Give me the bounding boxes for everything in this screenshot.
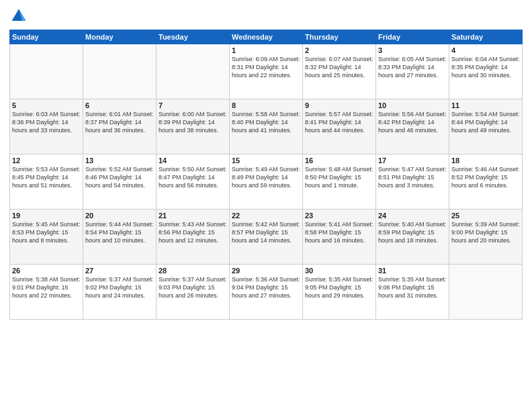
day-number: 25: [451, 212, 520, 220]
day-number: 9: [305, 101, 373, 109]
header-thursday: Thursday: [303, 30, 376, 44]
day-number: 12: [12, 156, 81, 165]
header-wednesday: Wednesday: [230, 30, 303, 44]
day-info: Sunrise: 5:37 AM Sunset: 9:03 PM Dayligh…: [159, 275, 227, 300]
day-info: Sunrise: 5:53 AM Sunset: 8:45 PM Dayligh…: [12, 165, 81, 189]
day-info: Sunrise: 5:57 AM Sunset: 8:41 PM Dayligh…: [305, 110, 373, 134]
day-info: Sunrise: 5:49 AM Sunset: 8:49 PM Dayligh…: [232, 165, 300, 189]
day-cell: 28Sunrise: 5:37 AM Sunset: 9:03 PM Dayli…: [157, 265, 230, 320]
day-number: 5: [12, 101, 81, 109]
logo-icon: [9, 7, 28, 26]
day-info: Sunrise: 5:35 AM Sunset: 9:06 PM Dayligh…: [378, 275, 447, 300]
day-number: 2: [305, 46, 373, 54]
day-number: 28: [159, 267, 227, 275]
day-cell: 5Sunrise: 6:03 AM Sunset: 8:36 PM Daylig…: [10, 99, 83, 154]
day-cell: 14Sunrise: 5:50 AM Sunset: 8:47 PM Dayli…: [157, 154, 230, 210]
week-row-4: 26Sunrise: 5:38 AM Sunset: 9:01 PM Dayli…: [10, 265, 523, 320]
day-cell: 26Sunrise: 5:38 AM Sunset: 9:01 PM Dayli…: [10, 265, 83, 320]
day-info: Sunrise: 5:48 AM Sunset: 8:50 PM Dayligh…: [305, 165, 373, 189]
day-cell: 11Sunrise: 5:54 AM Sunset: 8:44 PM Dayli…: [449, 99, 523, 154]
day-info: Sunrise: 6:05 AM Sunset: 8:33 PM Dayligh…: [378, 55, 447, 79]
day-cell: 7Sunrise: 6:00 AM Sunset: 8:39 PM Daylig…: [157, 99, 230, 154]
header-monday: Monday: [83, 30, 157, 44]
day-info: Sunrise: 5:52 AM Sunset: 8:46 PM Dayligh…: [85, 165, 154, 189]
day-number: 15: [232, 156, 300, 165]
day-info: Sunrise: 6:09 AM Sunset: 8:31 PM Dayligh…: [232, 55, 300, 79]
day-cell: 30Sunrise: 5:35 AM Sunset: 9:05 PM Dayli…: [303, 265, 376, 320]
day-cell: 19Sunrise: 5:45 AM Sunset: 8:53 PM Dayli…: [10, 210, 83, 265]
day-number: 30: [305, 267, 373, 275]
day-number: 23: [305, 212, 373, 220]
day-cell: 25Sunrise: 5:39 AM Sunset: 9:00 PM Dayli…: [449, 210, 523, 265]
week-row-2: 12Sunrise: 5:53 AM Sunset: 8:45 PM Dayli…: [10, 154, 523, 210]
header-sunday: Sunday: [10, 30, 83, 44]
header-saturday: Saturday: [449, 30, 523, 44]
day-number: 18: [451, 156, 520, 165]
day-number: 20: [85, 212, 154, 220]
day-number: 16: [305, 156, 373, 165]
day-number: 27: [85, 267, 154, 275]
day-cell: [449, 265, 523, 320]
day-info: Sunrise: 6:03 AM Sunset: 8:36 PM Dayligh…: [12, 110, 81, 134]
day-number: 31: [378, 267, 447, 275]
day-cell: 18Sunrise: 5:46 AM Sunset: 8:52 PM Dayli…: [449, 154, 523, 210]
day-info: Sunrise: 6:00 AM Sunset: 8:39 PM Dayligh…: [159, 110, 227, 134]
header-friday: Friday: [376, 30, 449, 44]
day-cell: 6Sunrise: 6:01 AM Sunset: 8:37 PM Daylig…: [83, 99, 157, 154]
day-cell: 3Sunrise: 6:05 AM Sunset: 8:33 PM Daylig…: [376, 44, 449, 99]
day-info: Sunrise: 5:50 AM Sunset: 8:47 PM Dayligh…: [159, 165, 227, 189]
day-number: 1: [232, 46, 300, 54]
day-info: Sunrise: 5:56 AM Sunset: 8:42 PM Dayligh…: [378, 110, 447, 134]
week-row-0: 1Sunrise: 6:09 AM Sunset: 8:31 PM Daylig…: [10, 44, 523, 99]
day-number: 4: [451, 46, 520, 54]
day-cell: 22Sunrise: 5:42 AM Sunset: 8:57 PM Dayli…: [230, 210, 303, 265]
header: [9, 7, 523, 26]
day-info: Sunrise: 5:46 AM Sunset: 8:52 PM Dayligh…: [451, 165, 520, 189]
logo: [9, 7, 31, 26]
day-cell: 23Sunrise: 5:41 AM Sunset: 8:58 PM Dayli…: [303, 210, 376, 265]
day-cell: 27Sunrise: 5:37 AM Sunset: 9:02 PM Dayli…: [83, 265, 157, 320]
day-cell: 2Sunrise: 6:07 AM Sunset: 8:32 PM Daylig…: [303, 44, 376, 99]
day-info: Sunrise: 5:44 AM Sunset: 8:54 PM Dayligh…: [85, 220, 154, 244]
day-number: 11: [451, 101, 520, 109]
day-number: 3: [378, 46, 447, 54]
day-cell: 17Sunrise: 5:47 AM Sunset: 8:51 PM Dayli…: [376, 154, 449, 210]
day-info: Sunrise: 5:45 AM Sunset: 8:53 PM Dayligh…: [12, 220, 81, 244]
day-cell: 24Sunrise: 5:40 AM Sunset: 8:59 PM Dayli…: [376, 210, 449, 265]
day-cell: 31Sunrise: 5:35 AM Sunset: 9:06 PM Dayli…: [376, 265, 449, 320]
day-cell: 20Sunrise: 5:44 AM Sunset: 8:54 PM Dayli…: [83, 210, 157, 265]
day-info: Sunrise: 5:42 AM Sunset: 8:57 PM Dayligh…: [232, 220, 300, 244]
calendar-table: SundayMondayTuesdayWednesdayThursdayFrid…: [9, 30, 523, 320]
day-cell: 12Sunrise: 5:53 AM Sunset: 8:45 PM Dayli…: [10, 154, 83, 210]
day-number: 6: [85, 101, 154, 109]
day-info: Sunrise: 5:37 AM Sunset: 9:02 PM Dayligh…: [85, 275, 154, 300]
day-cell: [10, 44, 83, 99]
day-number: 19: [12, 212, 81, 220]
day-cell: 21Sunrise: 5:43 AM Sunset: 8:56 PM Dayli…: [157, 210, 230, 265]
day-cell: [83, 44, 157, 99]
page: SundayMondayTuesdayWednesdayThursdayFrid…: [0, 0, 532, 411]
day-number: 21: [159, 212, 227, 220]
header-tuesday: Tuesday: [157, 30, 230, 44]
day-number: 13: [85, 156, 154, 165]
day-cell: 8Sunrise: 5:58 AM Sunset: 8:40 PM Daylig…: [230, 99, 303, 154]
day-cell: 16Sunrise: 5:48 AM Sunset: 8:50 PM Dayli…: [303, 154, 376, 210]
day-cell: 9Sunrise: 5:57 AM Sunset: 8:41 PM Daylig…: [303, 99, 376, 154]
day-number: 8: [232, 101, 300, 109]
day-info: Sunrise: 5:43 AM Sunset: 8:56 PM Dayligh…: [159, 220, 227, 244]
calendar-header-row: SundayMondayTuesdayWednesdayThursdayFrid…: [10, 30, 523, 44]
day-info: Sunrise: 5:36 AM Sunset: 9:04 PM Dayligh…: [232, 275, 300, 300]
day-cell: [157, 44, 230, 99]
day-number: 17: [378, 156, 447, 165]
day-info: Sunrise: 5:58 AM Sunset: 8:40 PM Dayligh…: [232, 110, 300, 134]
day-info: Sunrise: 6:04 AM Sunset: 8:35 PM Dayligh…: [451, 55, 520, 79]
day-cell: 13Sunrise: 5:52 AM Sunset: 8:46 PM Dayli…: [83, 154, 157, 210]
day-info: Sunrise: 5:35 AM Sunset: 9:05 PM Dayligh…: [305, 275, 373, 300]
day-number: 14: [159, 156, 227, 165]
day-info: Sunrise: 6:01 AM Sunset: 8:37 PM Dayligh…: [85, 110, 154, 134]
day-cell: 1Sunrise: 6:09 AM Sunset: 8:31 PM Daylig…: [230, 44, 303, 99]
day-number: 7: [159, 101, 227, 109]
day-info: Sunrise: 6:07 AM Sunset: 8:32 PM Dayligh…: [305, 55, 373, 79]
day-info: Sunrise: 5:41 AM Sunset: 8:58 PM Dayligh…: [305, 220, 373, 244]
week-row-3: 19Sunrise: 5:45 AM Sunset: 8:53 PM Dayli…: [10, 210, 523, 265]
